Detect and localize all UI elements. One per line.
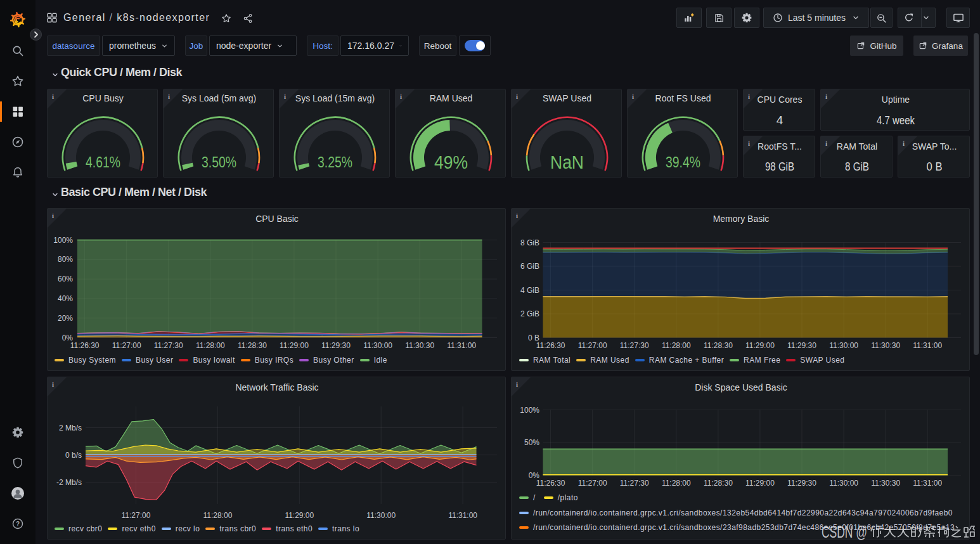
svg-text:4: 4	[777, 113, 783, 127]
svg-text:100%: 100%	[520, 406, 539, 415]
svg-text:-2 Mb/s: -2 Mb/s	[56, 478, 82, 487]
svg-text:11:28:30: 11:28:30	[704, 341, 733, 350]
svg-text:50%: 50%	[524, 438, 539, 447]
svg-text:11:27:00: 11:27:00	[112, 341, 141, 350]
svg-text:11:30:00: 11:30:00	[829, 479, 858, 488]
svg-text:CSDN @: CSDN @	[822, 523, 867, 541]
svg-text:2 GiB: 2 GiB	[520, 309, 539, 318]
svg-text:11:26:30: 11:26:30	[536, 479, 565, 488]
svg-text:11:28:00: 11:28:00	[196, 341, 225, 350]
svg-text:11:29:30: 11:29:30	[321, 341, 351, 350]
svg-text:4 GiB: 4 GiB	[520, 286, 539, 295]
svg-text:60%: 60%	[58, 275, 73, 283]
svg-text:8 GiB: 8 GiB	[845, 160, 869, 173]
svg-text:11:28:30: 11:28:30	[704, 479, 733, 488]
svg-text:11:26:30: 11:26:30	[536, 341, 565, 350]
svg-text:11:27:00: 11:27:00	[578, 479, 607, 488]
svg-text:11:28:30: 11:28:30	[238, 341, 267, 350]
svg-text:11:27:00: 11:27:00	[578, 341, 607, 350]
svg-text:3.25%: 3.25%	[318, 153, 352, 171]
svg-text:11:27:30: 11:27:30	[154, 341, 183, 350]
svg-text:11:28:00: 11:28:00	[662, 341, 691, 350]
svg-text:11:31:00: 11:31:00	[447, 341, 476, 350]
svg-text:11:30:30: 11:30:30	[405, 341, 434, 350]
svg-text:6 GiB: 6 GiB	[520, 262, 539, 271]
svg-text:40%: 40%	[58, 294, 73, 303]
svg-text:8 GiB: 8 GiB	[520, 238, 539, 247]
svg-text:11:31:00: 11:31:00	[913, 341, 942, 350]
svg-text:11:29:00: 11:29:00	[280, 341, 309, 350]
svg-text:39.4%: 39.4%	[666, 153, 700, 171]
svg-text:11:28:00: 11:28:00	[203, 511, 232, 520]
svg-text:11:29:30: 11:29:30	[787, 479, 816, 488]
svg-text:11:29:00: 11:29:00	[745, 479, 775, 488]
svg-text:11:31:00: 11:31:00	[913, 479, 942, 488]
svg-text:11:30:30: 11:30:30	[871, 341, 900, 350]
svg-text:11:30:30: 11:30:30	[871, 479, 900, 488]
svg-text:2 Mb/s: 2 Mb/s	[59, 424, 82, 432]
svg-text:0 B: 0 B	[927, 160, 943, 173]
svg-text:?: ?	[16, 521, 20, 528]
svg-text:4.61%: 4.61%	[86, 153, 120, 171]
svg-text:11:31:00: 11:31:00	[448, 511, 477, 520]
svg-text:11:28:00: 11:28:00	[662, 479, 691, 488]
svg-text:11:29:00: 11:29:00	[745, 341, 775, 350]
svg-text:0 b/s: 0 b/s	[65, 451, 82, 460]
svg-text:98 GiB: 98 GiB	[765, 160, 794, 173]
svg-text:11:27:30: 11:27:30	[620, 479, 649, 488]
svg-text:49%: 49%	[434, 152, 468, 172]
svg-text:NaN: NaN	[550, 152, 584, 172]
svg-text:11:30:00: 11:30:00	[363, 341, 392, 350]
svg-text:11:30:00: 11:30:00	[829, 341, 858, 350]
svg-text:4.7 week: 4.7 week	[877, 113, 915, 127]
svg-text:20%: 20%	[58, 314, 73, 323]
svg-text:11:26:30: 11:26:30	[70, 341, 100, 350]
svg-text:11:27:00: 11:27:00	[122, 511, 151, 520]
svg-text:11:30:00: 11:30:00	[366, 511, 396, 520]
svg-text:100%: 100%	[53, 236, 73, 245]
svg-text:11:29:00: 11:29:00	[285, 511, 314, 520]
svg-text:3.50%: 3.50%	[202, 153, 236, 171]
svg-text:11:27:30: 11:27:30	[620, 341, 649, 350]
svg-text:11:29:30: 11:29:30	[787, 341, 816, 350]
svg-text:80%: 80%	[58, 255, 73, 264]
